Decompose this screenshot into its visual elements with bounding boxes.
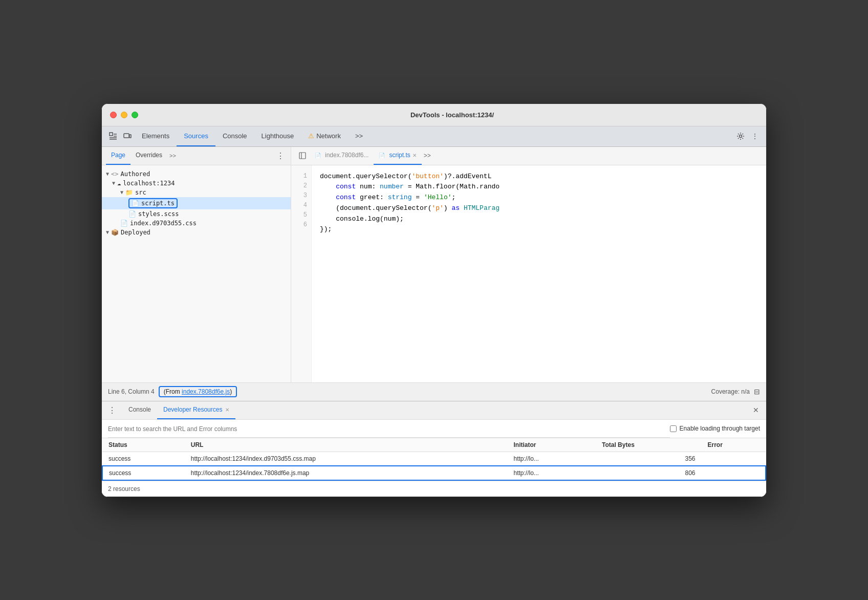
- window-title: DevTools - localhost:1234/: [146, 111, 758, 119]
- resources-table: Status URL Initiator Total Bytes Error s…: [102, 438, 766, 481]
- close-button[interactable]: [110, 112, 117, 118]
- editor-tab-script[interactable]: 📄 script.ts ✕: [374, 146, 421, 165]
- tree-src[interactable]: ▼ 📁 src: [102, 188, 291, 197]
- enable-loading-label: Enable loading through target: [670, 425, 760, 432]
- script-ts-highlight: 📄 script.ts: [128, 198, 178, 208]
- tree-script-ts[interactable]: 📄 script.ts: [102, 197, 291, 209]
- devtools-tab-bar: Elements Sources Console Lighthouse ⚠ Ne…: [102, 126, 766, 147]
- source-map-info[interactable]: (From index.7808df6e.js): [159, 386, 237, 397]
- col-initiator: Initiator: [507, 438, 596, 452]
- tab-developer-resources[interactable]: Developer Resources ✕: [157, 401, 235, 419]
- warning-icon: ⚠: [308, 132, 314, 140]
- file-tree: ▼ <> Authored ▼ ☁ localhost:1234 ▼ 📁: [102, 165, 291, 382]
- resources-table-container: Status URL Initiator Total Bytes Error s…: [102, 438, 766, 481]
- cell-bytes: 806: [596, 466, 701, 480]
- sidebar-toggle-icon[interactable]: [295, 148, 310, 163]
- expand-icon: ▼: [106, 229, 109, 235]
- close-tab-icon[interactable]: ✕: [413, 153, 417, 158]
- svg-rect-8: [299, 153, 306, 159]
- bottom-panel: ⋮ Console Developer Resources ✕ ✕: [102, 401, 766, 497]
- tab-console[interactable]: Console: [215, 126, 254, 146]
- format-icon[interactable]: ⊟: [754, 388, 760, 396]
- tab-more[interactable]: >>: [348, 126, 370, 146]
- enable-loading-checkbox[interactable]: [670, 425, 677, 432]
- code-text[interactable]: document.querySelector('button')?.addEve…: [312, 165, 766, 382]
- svg-rect-6: [129, 135, 131, 138]
- tree-styles-scss[interactable]: 📄 styles.scss: [102, 209, 291, 219]
- cell-error: [702, 452, 766, 466]
- expand-icon: ▼: [106, 171, 109, 177]
- close-dev-resources-icon[interactable]: ✕: [225, 407, 229, 413]
- cell-status: success: [102, 452, 185, 466]
- close-bottom-panel-icon[interactable]: ✕: [750, 404, 762, 416]
- tree-localhost[interactable]: ▼ ☁ localhost:1234: [102, 179, 291, 188]
- cell-error: [702, 466, 766, 480]
- tab-page[interactable]: Page: [106, 146, 131, 165]
- source-map-link[interactable]: index.7808df6e.js: [182, 388, 230, 395]
- sidebar-more-icon[interactable]: >>: [169, 153, 176, 159]
- status-bar: Line 6, Column 4 (From index.7808df6e.js…: [102, 382, 766, 401]
- tab-console-bottom[interactable]: Console: [122, 401, 157, 419]
- tree-deployed[interactable]: ▼ 📦 Deployed: [102, 228, 291, 237]
- cell-url: http://localhost:1234/index.7808df6e.js.…: [185, 466, 508, 480]
- search-input[interactable]: [108, 425, 664, 433]
- more-options-icon[interactable]: ⋮: [748, 129, 762, 143]
- sources-panel: Page Overrides >> ⋮ ▼ <> Authored: [102, 147, 766, 382]
- editor-tab-index[interactable]: 📄 index.7808df6...: [310, 146, 374, 165]
- inspect-icon[interactable]: [106, 129, 120, 143]
- minimize-button[interactable]: [121, 112, 127, 118]
- tab-lighthouse[interactable]: Lighthouse: [254, 126, 301, 146]
- col-url: URL: [185, 438, 508, 452]
- cell-url: http://localhost:1234/index.d9703d55.css…: [185, 452, 508, 466]
- col-status: Status: [102, 438, 185, 452]
- cell-initiator: http://lo...: [507, 452, 596, 466]
- sidebar-tab-bar: Page Overrides >> ⋮: [102, 147, 291, 165]
- editor-tabs-more-icon[interactable]: >>: [424, 152, 431, 159]
- search-bar[interactable]: [108, 420, 670, 438]
- col-total-bytes: Total Bytes: [596, 438, 701, 452]
- bottom-menu-icon[interactable]: ⋮: [106, 404, 118, 416]
- svg-rect-0: [110, 133, 113, 136]
- maximize-button[interactable]: [132, 112, 138, 118]
- tree-index-css[interactable]: 📄 index.d9703d55.css: [102, 219, 291, 228]
- cell-status: success: [102, 466, 185, 480]
- device-icon[interactable]: [120, 129, 135, 143]
- tab-elements[interactable]: Elements: [135, 126, 177, 146]
- tab-overrides[interactable]: Overrides: [131, 146, 167, 165]
- developer-resources-panel: Enable loading through target Status URL…: [102, 420, 766, 497]
- cell-initiator: http://lo...: [507, 466, 596, 480]
- editor-tab-bar: 📄 index.7808df6... 📄 script.ts ✕ >>: [291, 147, 766, 165]
- expand-icon: ▼: [120, 189, 123, 195]
- table-row-highlighted[interactable]: success http://localhost:1234/index.7808…: [102, 466, 766, 480]
- table-row[interactable]: success http://localhost:1234/index.d970…: [102, 452, 766, 466]
- expand-icon: ▼: [112, 180, 115, 186]
- main-content: Page Overrides >> ⋮ ▼ <> Authored: [102, 147, 766, 497]
- svg-point-7: [740, 135, 742, 138]
- tree-authored[interactable]: ▼ <> Authored: [102, 169, 291, 179]
- coverage-info: Coverage: n/a: [711, 388, 750, 395]
- sidebar-menu-icon[interactable]: ⋮: [274, 149, 287, 162]
- line-numbers: 1 2 3 4 5 6: [291, 165, 312, 382]
- bottom-tab-bar: ⋮ Console Developer Resources ✕ ✕: [102, 401, 766, 420]
- code-content-area: 1 2 3 4 5 6 document.querySelector('butt…: [291, 165, 766, 382]
- col-error: Error: [702, 438, 766, 452]
- traffic-lights: [110, 112, 138, 118]
- cursor-position: Line 6, Column 4: [108, 388, 155, 395]
- file-sidebar: Page Overrides >> ⋮ ▼ <> Authored: [102, 147, 291, 382]
- tab-network[interactable]: ⚠ Network: [301, 126, 348, 146]
- svg-rect-5: [124, 134, 129, 138]
- resources-footer: 2 resources: [102, 481, 766, 497]
- title-bar: DevTools - localhost:1234/: [102, 104, 766, 126]
- code-editor: 📄 index.7808df6... 📄 script.ts ✕ >> 1 2 …: [291, 147, 766, 382]
- devtools-window: DevTools - localhost:1234/ Elements Sour…: [101, 103, 767, 497]
- cell-bytes: 356: [596, 452, 701, 466]
- tab-sources[interactable]: Sources: [177, 126, 215, 146]
- settings-icon[interactable]: [733, 129, 748, 143]
